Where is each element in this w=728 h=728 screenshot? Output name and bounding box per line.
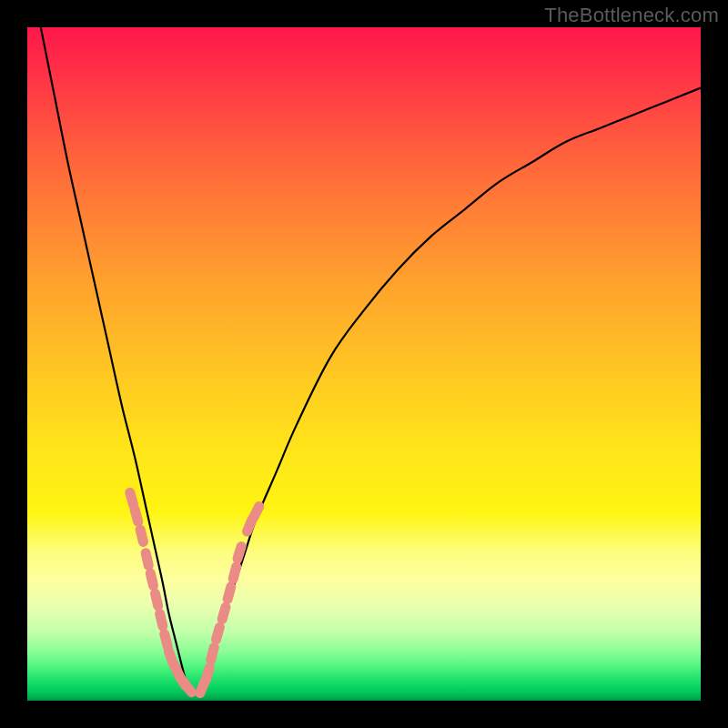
data-marker [140, 530, 143, 542]
data-marker [238, 547, 241, 559]
data-marker [217, 627, 220, 639]
data-marker [222, 607, 226, 619]
data-marker [253, 507, 258, 519]
data-marker [206, 668, 209, 680]
chart-frame: TheBottleneck.com [0, 0, 728, 728]
data-marker [165, 634, 167, 647]
data-marker [135, 510, 138, 522]
data-marker [146, 553, 148, 566]
left-branch-curve [41, 27, 187, 687]
data-marker [228, 587, 231, 600]
curve-layer [27, 27, 701, 701]
data-marker [150, 573, 153, 586]
right-branch-curve [202, 88, 701, 688]
data-marker [211, 647, 214, 660]
data-marker [184, 682, 192, 693]
data-marker [233, 567, 236, 580]
data-marker [130, 492, 134, 504]
data-marker [160, 613, 163, 626]
watermark-text: TheBottleneck.com [544, 4, 719, 27]
data-marker [155, 593, 157, 606]
plot-area [27, 27, 701, 701]
